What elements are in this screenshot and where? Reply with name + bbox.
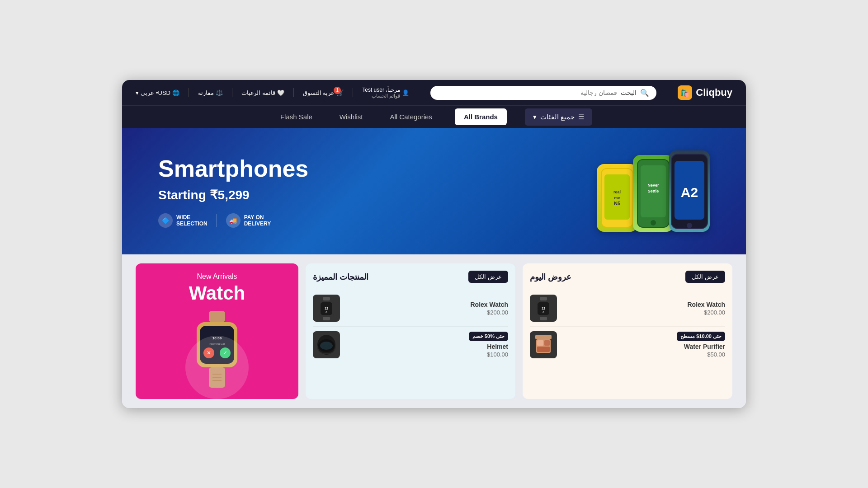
- badge2-text: PAY ON DELIVERY: [244, 214, 271, 227]
- svg-rect-32: [323, 317, 330, 320]
- search-label: البحث: [621, 89, 637, 96]
- hero-subtitle: Starting ₹5,299: [158, 188, 308, 202]
- all-cats-label: جميع الفئات: [540, 113, 575, 121]
- wishlist-item[interactable]: 🤍 قائمة الرغبات: [241, 89, 284, 96]
- svg-rect-27: [323, 297, 330, 300]
- nav-actions: 👤 مرحباً، Test user قوائم الحساب 🛒 1 عرب…: [136, 87, 409, 99]
- featured-product-thumb-1: 12 6: [313, 295, 340, 322]
- todays-deal-price-2: $50.00: [677, 351, 725, 358]
- wishlist-label: قائمة الرغبات: [241, 89, 275, 96]
- user-icon: 👤: [402, 89, 409, 96]
- svg-text:12: 12: [542, 307, 545, 310]
- svg-rect-45: [544, 340, 550, 346]
- svg-rect-14: [209, 311, 225, 322]
- new-arrivals-subtitle: New Arrivals: [197, 272, 237, 281]
- selection-icon: 🔷: [158, 213, 173, 228]
- logo-area[interactable]: 🛍️ Cliqbuy: [678, 85, 732, 100]
- todays-deals-view-all-button[interactable]: عرض الكل: [685, 271, 725, 283]
- language-currency[interactable]: 🌐 USD• عربي ▾: [136, 89, 179, 96]
- featured-product-thumb-2: [313, 331, 340, 358]
- watch-image-area: 10:09 Incoming Call ✕ ✓: [145, 309, 289, 390]
- watch-bg-circle: [185, 336, 249, 399]
- cart-badge: 1: [334, 87, 341, 94]
- todays-deal-thumb-2: [530, 331, 557, 358]
- divider-4: [189, 88, 189, 97]
- todays-deals: عرض الكل عروض اليوم Rolex Watch $200.00 …: [523, 263, 732, 399]
- hero-badges: 🔷 WIDE SELECTION 🚚 PAY ON DELIVERY: [158, 213, 308, 228]
- nav-wishlist[interactable]: Wishlist: [335, 106, 368, 128]
- svg-rect-41: [540, 317, 547, 320]
- svg-point-35: [320, 342, 333, 350]
- product-sections: New Arrivals Watch 10:09 Incoming Call ✕: [122, 254, 746, 408]
- logo-icon: 🛍️: [678, 85, 692, 100]
- svg-rect-36: [540, 297, 547, 300]
- svg-text:me: me: [614, 196, 620, 200]
- todays-deal-item-2: حتى 10.00$ مسطح Water Purifier $50.00: [530, 327, 725, 363]
- search-input[interactable]: [438, 89, 617, 96]
- divider-2: [293, 88, 294, 97]
- svg-point-13: [687, 223, 692, 228]
- todays-deal-item-1: Rolex Watch $200.00 12 6: [530, 290, 725, 327]
- featured-products-title: المنتجات المميزة: [313, 272, 368, 282]
- dropdown-icon: ▾: [136, 89, 139, 96]
- menu-icon: ☰: [578, 113, 584, 121]
- user-greeting: مرحباً، Test user: [362, 87, 400, 93]
- svg-text:A2: A2: [681, 185, 698, 200]
- svg-text:Settle: Settle: [648, 189, 659, 193]
- featured-product-info-1: Rolex Watch $200.00: [471, 301, 509, 316]
- search-bar: 🔍 البحث: [430, 86, 656, 100]
- badge-divider: [217, 214, 217, 227]
- cart-label: عربة التسوق: [303, 89, 335, 96]
- chevron-down-icon: ▾: [533, 113, 537, 121]
- compare-icon: ⚖️: [216, 89, 223, 96]
- todays-deals-header: عرض الكل عروض اليوم: [530, 271, 725, 283]
- todays-deal-discount-tag-2: حتى 10.00$ مسطح: [677, 332, 725, 341]
- wide-selection-badge: 🔷 WIDE SELECTION: [158, 213, 208, 228]
- featured-product-item-2: حتى %50 خصم Helmet $100.00: [313, 327, 508, 363]
- nav-all-brands[interactable]: All Brands: [455, 108, 507, 125]
- svg-text:Never: Never: [647, 183, 659, 188]
- featured-discount-tag-2: حتى %50 خصم: [469, 332, 508, 341]
- featured-product-item-1: Rolex Watch $200.00 12 6: [313, 290, 508, 327]
- new-arrivals-card: New Arrivals Watch 10:09 Incoming Call ✕: [136, 263, 298, 399]
- cart-item[interactable]: 🛒 1 عربة التسوق: [303, 89, 344, 96]
- featured-product-info-2: حتى %50 خصم Helmet $100.00: [469, 332, 508, 358]
- user-account[interactable]: 👤 مرحباً، Test user قوائم الحساب: [362, 87, 409, 99]
- hero-banner: Smartphones Starting ₹5,299 🔷 WIDE SELEC…: [122, 128, 746, 254]
- currency-label: USD•: [156, 89, 170, 96]
- hero-phones: real me N5 Never Settle A2: [601, 150, 710, 232]
- svg-rect-44: [537, 340, 543, 346]
- pay-on-delivery-badge: 🚚 PAY ON DELIVERY: [226, 213, 271, 228]
- featured-product-price-1: $200.00: [471, 309, 509, 316]
- language-label: عربي: [141, 89, 154, 96]
- account-label: قوائم الحساب: [362, 93, 400, 99]
- hero-text: Smartphones Starting ₹5,299 🔷 WIDE SELEC…: [158, 155, 308, 228]
- search-button[interactable]: 🔍: [640, 89, 649, 97]
- featured-view-all-button[interactable]: عرض الكل: [468, 271, 508, 283]
- svg-rect-46: [537, 347, 550, 352]
- delivery-icon: 🚚: [226, 213, 241, 228]
- featured-products: عرض الكل المنتجات المميزة Rolex Watch $2…: [306, 263, 515, 399]
- todays-deal-info-1: Rolex Watch $200.00: [688, 301, 726, 316]
- wishlist-icon: 🤍: [277, 89, 284, 96]
- featured-products-header: عرض الكل المنتجات المميزة: [313, 271, 508, 283]
- svg-point-9: [651, 220, 656, 225]
- featured-product-name-1: Rolex Watch: [471, 301, 509, 308]
- compare-item[interactable]: ⚖️ مقارنة: [198, 89, 223, 96]
- nav-flash-sale[interactable]: Flash Sale: [276, 106, 317, 128]
- todays-deal-price-1: $200.00: [688, 309, 726, 316]
- featured-product-price-2: $100.00: [469, 351, 508, 358]
- top-nav: 🛍️ Cliqbuy 🔍 البحث 👤 مرحباً، Test user ق…: [122, 80, 746, 105]
- all-categories-button[interactable]: ☰ جميع الفئات ▾: [525, 108, 592, 126]
- phone-card-1: real me N5: [597, 164, 637, 232]
- divider-3: [232, 88, 232, 97]
- todays-deals-title: عروض اليوم: [530, 272, 571, 282]
- nav-all-categories[interactable]: All Categories: [385, 106, 436, 128]
- todays-deal-info-2: حتى 10.00$ مسطح Water Purifier $50.00: [677, 332, 725, 358]
- hero-title: Smartphones: [158, 155, 308, 182]
- svg-rect-42: [535, 335, 552, 339]
- phone-card-3: A2: [669, 150, 710, 232]
- badge1-text: WIDE SELECTION: [176, 214, 208, 227]
- divider-1: [353, 88, 353, 97]
- secondary-nav: Flash Sale Wishlist All Categories All B…: [122, 105, 746, 128]
